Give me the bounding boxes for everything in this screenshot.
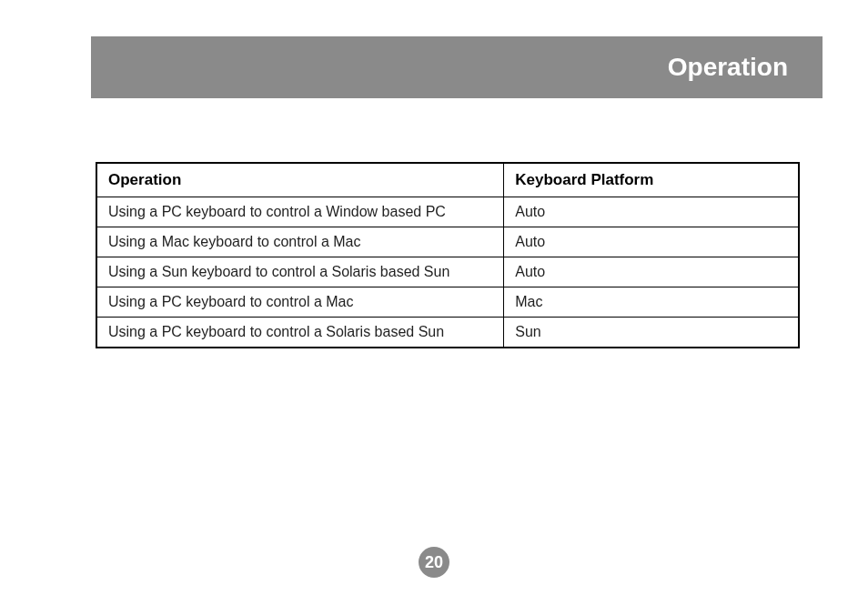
document-page: Operation Operation Keyboard Platform Us… <box>0 0 868 605</box>
operation-table: Operation Keyboard Platform Using a PC k… <box>96 162 800 348</box>
col-header-operation: Operation <box>96 163 504 197</box>
table-row: Using a PC keyboard to control a Window … <box>96 197 799 227</box>
page-number-badge: 20 <box>419 547 449 578</box>
table-row: Using a PC keyboard to control a Solaris… <box>96 318 799 348</box>
table-row: Using a PC keyboard to control a Mac Mac <box>96 287 799 318</box>
cell-operation: Using a Mac keyboard to control a Mac <box>96 227 504 257</box>
cell-operation: Using a Sun keyboard to control a Solari… <box>96 257 504 287</box>
cell-operation: Using a PC keyboard to control a Window … <box>96 197 504 227</box>
cell-platform: Auto <box>504 227 799 257</box>
cell-operation: Using a PC keyboard to control a Solaris… <box>96 318 504 348</box>
page-number-container: 20 <box>0 547 868 578</box>
cell-platform: Mac <box>504 287 799 318</box>
table-row: Using a Mac keyboard to control a Mac Au… <box>96 227 799 257</box>
cell-platform: Auto <box>504 197 799 227</box>
cell-operation: Using a PC keyboard to control a Mac <box>96 287 504 318</box>
table-header-row: Operation Keyboard Platform <box>96 163 799 197</box>
cell-platform: Sun <box>504 318 799 348</box>
header-bar: Operation <box>91 36 823 98</box>
table-row: Using a Sun keyboard to control a Solari… <box>96 257 799 287</box>
cell-platform: Auto <box>504 257 799 287</box>
table-container: Operation Keyboard Platform Using a PC k… <box>96 162 800 348</box>
col-header-platform: Keyboard Platform <box>504 163 799 197</box>
page-title: Operation <box>668 53 788 82</box>
